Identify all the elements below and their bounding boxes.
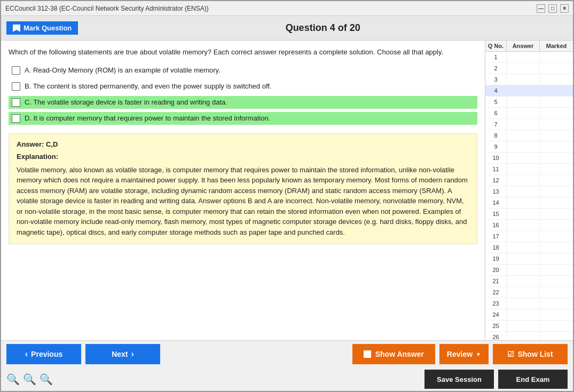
sidebar-cell-q: 6 (485, 108, 507, 118)
sidebar-cell-answer (507, 231, 540, 242)
sidebar-row[interactable]: 8 (485, 130, 573, 141)
previous-button[interactable]: ‹ Previous (6, 344, 81, 364)
sidebar-row[interactable]: 15 (485, 209, 573, 220)
zoom-in-button[interactable]: 🔍 (6, 373, 20, 386)
sidebar-row[interactable]: 7 (485, 119, 573, 130)
sidebar-row[interactable]: 26 (485, 332, 573, 340)
sidebar-cell-marked (540, 119, 573, 130)
sidebar-row[interactable]: 24 (485, 309, 573, 321)
zoom-normal-button[interactable]: 🔍 (23, 373, 36, 386)
sidebar-cell-q: 12 (485, 175, 507, 186)
sidebar-col-answer: Answer (507, 41, 540, 51)
toolbar: Mark Question Question 4 of 20 (1, 16, 573, 41)
sidebar-cell-answer (507, 141, 540, 152)
sidebar-col-qno: Q No. (485, 41, 507, 51)
option-label-c: C. The volatile storage device is faster… (25, 98, 227, 106)
review-dropdown-icon: ▼ (476, 351, 481, 357)
end-exam-button[interactable]: End Exam (498, 370, 568, 389)
next-button[interactable]: Next › (85, 344, 160, 364)
sidebar-row[interactable]: 19 (485, 253, 573, 265)
sidebar-cell-q: 10 (485, 153, 507, 163)
sidebar-row[interactable]: 18 (485, 242, 573, 253)
maximize-button[interactable]: □ (548, 4, 557, 13)
bookmark-icon (13, 25, 20, 32)
sidebar-row[interactable]: 23 (485, 298, 573, 309)
sidebar-cell-q: 24 (485, 309, 507, 320)
sidebar-cell-marked (540, 197, 573, 208)
sidebar-cell-q: 7 (485, 119, 507, 130)
review-button[interactable]: Review ▼ (439, 344, 489, 364)
show-list-button[interactable]: ☑ Show List (493, 344, 568, 364)
minimize-button[interactable]: — (537, 4, 545, 13)
option-label-d: D. It is computer memory that requires p… (25, 114, 270, 122)
option-checkbox-b[interactable] (12, 82, 20, 91)
left-arrow-icon: ‹ (25, 349, 28, 359)
sidebar-row[interactable]: 12 (485, 175, 573, 186)
main-window: ECCouncil 312-38 (EC-Council Network Sec… (0, 0, 574, 392)
sidebar-row[interactable]: 4 (485, 85, 573, 97)
sidebar-row[interactable]: 17 (485, 231, 573, 242)
sidebar-cell-marked (540, 287, 573, 298)
sidebar-row[interactable]: 2 (485, 63, 573, 74)
sidebar-header: Q No. Answer Marked (485, 41, 573, 52)
sidebar-row[interactable]: 11 (485, 164, 573, 175)
sidebar-row[interactable]: 3 (485, 74, 573, 85)
sidebar-col-marked: Marked (540, 41, 573, 51)
sidebar-cell-marked (540, 52, 573, 62)
sidebar-row[interactable]: 21 (485, 276, 573, 287)
sidebar-cell-marked (540, 74, 573, 85)
zoom-normal-icon: 🔍 (23, 373, 36, 385)
mark-question-button[interactable]: Mark Question (6, 21, 78, 35)
sidebar-row[interactable]: 13 (485, 186, 573, 197)
sidebar-row[interactable]: 20 (485, 265, 573, 276)
sidebar-row[interactable]: 14 (485, 197, 573, 209)
sidebar-cell-answer (507, 119, 540, 130)
question-text: Which of the following statements are tr… (9, 47, 477, 58)
question-title: Question 4 of 20 (78, 22, 568, 34)
sidebar-cell-q: 17 (485, 231, 507, 242)
sidebar-cell-marked (540, 253, 573, 264)
sidebar-cell-answer (507, 164, 540, 174)
title-bar: ECCouncil 312-38 (EC-Council Network Sec… (1, 1, 573, 16)
option-checkbox-a[interactable] (12, 66, 20, 75)
sidebar-cell-q: 26 (485, 332, 507, 340)
window-title: ECCouncil 312-38 (EC-Council Network Sec… (5, 5, 209, 12)
sidebar-row[interactable]: 6 (485, 108, 573, 119)
sidebar-cell-answer (507, 130, 540, 141)
sidebar-cell-marked (540, 175, 573, 186)
main-area: Which of the following statements are tr… (1, 41, 573, 340)
zoom-out-button[interactable]: 🔍 (40, 373, 53, 386)
sidebar-row[interactable]: 9 (485, 141, 573, 153)
option-row-c[interactable]: C. The volatile storage device is faster… (9, 96, 477, 109)
option-row-d[interactable]: D. It is computer memory that requires p… (9, 112, 477, 125)
sidebar-cell-answer (507, 253, 540, 264)
sidebar-row[interactable]: 16 (485, 220, 573, 231)
sidebar-cell-answer (507, 321, 540, 331)
sidebar-cell-answer (507, 52, 540, 62)
sidebar-row[interactable]: 22 (485, 287, 573, 298)
sidebar-cell-marked (540, 309, 573, 320)
close-button[interactable]: ✕ (560, 4, 569, 13)
option-label-b: B. The content is stored permanently, an… (25, 82, 271, 90)
show-answer-button[interactable]: Show Answer (352, 344, 435, 364)
option-row-a[interactable]: A. Read-Only Memory (ROM) is an example … (9, 64, 477, 77)
option-row-b[interactable]: B. The content is stored permanently, an… (9, 80, 477, 93)
sidebar-cell-q: 21 (485, 276, 507, 286)
sidebar-row[interactable]: 10 (485, 153, 573, 164)
sidebar-cell-answer (507, 153, 540, 163)
sidebar-cell-q: 1 (485, 52, 507, 62)
sidebar-cell-marked (540, 108, 573, 118)
sidebar-cell-marked (540, 63, 573, 74)
zoom-controls: 🔍 🔍 🔍 (6, 373, 53, 386)
sidebar-row[interactable]: 1 (485, 52, 573, 63)
option-checkbox-c[interactable] (12, 98, 20, 107)
save-session-button[interactable]: Save Session (424, 370, 494, 389)
bottom-row-2: 🔍 🔍 🔍 Save Session End Exam (1, 367, 573, 391)
sidebar-row[interactable]: 25 (485, 321, 573, 332)
right-arrow-icon: › (131, 349, 134, 359)
explanation-title: Explanation: (17, 153, 469, 161)
option-checkbox-d[interactable] (12, 114, 20, 123)
sidebar-cell-q: 23 (485, 298, 507, 309)
sidebar-cell-q: 15 (485, 209, 507, 219)
sidebar-row[interactable]: 5 (485, 97, 573, 108)
